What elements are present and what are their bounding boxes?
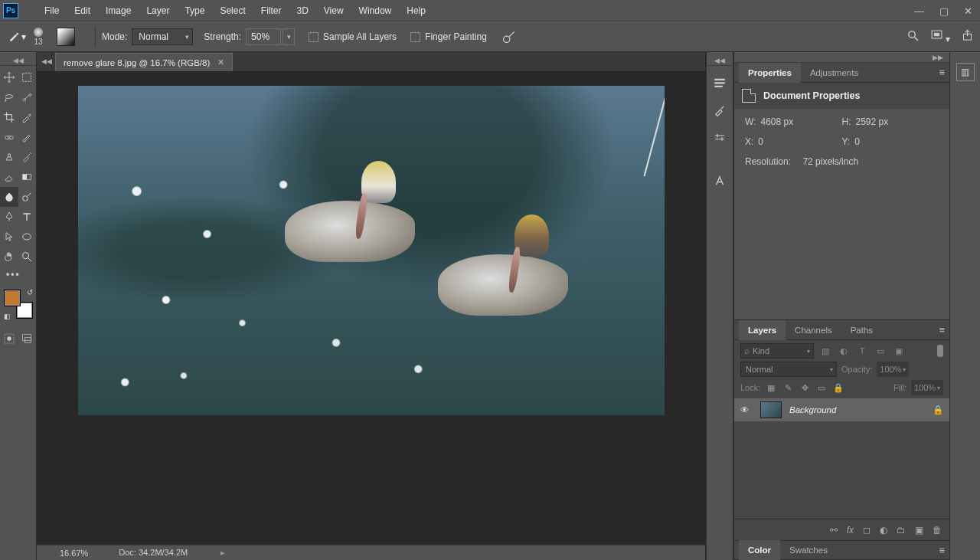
character-panel-icon[interactable] (709, 170, 730, 192)
finger-painting-option[interactable]: Finger Painting (410, 31, 487, 42)
document-tab[interactable]: remove glare 8.jpg @ 16.7% (RGB/8) ✕ (55, 53, 233, 71)
shape-tool[interactable] (18, 227, 37, 247)
quick-mask-button[interactable] (0, 329, 18, 348)
layer-name[interactable]: Background (789, 405, 925, 414)
edit-toolbar-button[interactable]: ••• (0, 267, 36, 282)
lock-all-icon[interactable]: 🔒 (832, 382, 844, 394)
foreground-color-swatch[interactable] (4, 290, 21, 306)
panels-collapse-icon[interactable]: ▶▶ (734, 52, 949, 63)
swap-colors-icon[interactable]: ↺ (27, 288, 33, 296)
menu-select[interactable]: Select (212, 0, 253, 21)
tab-color[interactable]: Color (739, 540, 780, 560)
strength-field[interactable]: 50% (246, 28, 281, 45)
menu-3d[interactable]: 3D (289, 0, 315, 21)
quick-select-tool[interactable] (18, 87, 37, 107)
filter-smart-icon[interactable]: ▣ (892, 344, 906, 358)
layer-filter-kind-dropdown[interactable]: Kind (740, 343, 814, 359)
brush-settings-panel-icon[interactable] (709, 127, 730, 149)
layers-panel-menu-icon[interactable]: ≡ (939, 324, 945, 336)
app-logo[interactable]: Ps (3, 3, 18, 18)
sample-all-layers-checkbox[interactable] (309, 32, 318, 42)
layer-mask-icon[interactable]: ◻ (863, 525, 871, 535)
menu-type[interactable]: Type (177, 0, 212, 21)
layer-lock-icon[interactable]: 🔒 (933, 404, 943, 415)
layer-fx-icon[interactable]: fx (847, 525, 854, 535)
eyedropper-tool[interactable] (18, 107, 37, 127)
brush-tool[interactable] (18, 127, 37, 147)
strip-collapse-icon[interactable]: ◀◀ (707, 55, 733, 66)
menu-file[interactable]: File (37, 0, 67, 21)
document-tab-close-icon[interactable]: ✕ (217, 57, 224, 67)
delete-layer-icon[interactable]: 🗑 (933, 525, 942, 535)
layer-background[interactable]: 👁 Background 🔒 (734, 398, 949, 421)
layer-group-icon[interactable]: 🗀 (897, 525, 906, 535)
lock-transparency-icon[interactable]: ▦ (765, 382, 777, 394)
pen-tool[interactable] (0, 207, 18, 227)
menu-view[interactable]: View (316, 0, 351, 21)
marquee-tool[interactable] (18, 67, 37, 87)
type-tool[interactable] (18, 207, 37, 227)
crop-tool[interactable] (0, 107, 18, 127)
libraries-icon[interactable]: ▥ (956, 63, 975, 81)
properties-panel-menu-icon[interactable]: ≡ (939, 67, 945, 78)
share-icon[interactable] (961, 29, 974, 44)
brushes-panel-icon[interactable] (709, 100, 730, 121)
menu-help[interactable]: Help (399, 0, 433, 21)
tab-layers[interactable]: Layers (739, 320, 786, 340)
filter-pixel-icon[interactable]: ▧ (818, 344, 832, 358)
strength-dropdown[interactable]: ▾ (283, 28, 295, 45)
screen-mode-icon[interactable]: ▾ (930, 29, 950, 44)
dodge-tool[interactable] (18, 187, 37, 207)
clone-stamp-tool[interactable] (0, 147, 18, 167)
filter-shape-icon[interactable]: ▭ (874, 344, 887, 358)
hand-tool[interactable] (0, 247, 18, 267)
default-colors-icon[interactable]: ◧ (4, 313, 11, 320)
lasso-tool[interactable] (0, 87, 18, 107)
maximize-button[interactable]: ▢ (939, 5, 949, 17)
minimize-button[interactable]: — (914, 5, 924, 17)
smudge-tool[interactable] (0, 187, 18, 207)
tab-properties[interactable]: Properties (739, 63, 801, 83)
mode-dropdown[interactable]: Normal (132, 28, 193, 45)
document-image[interactable] (78, 86, 665, 415)
menu-edit[interactable]: Edit (67, 0, 98, 21)
document-view[interactable] (37, 72, 705, 545)
search-icon[interactable] (906, 29, 920, 44)
menu-filter[interactable]: Filter (253, 0, 289, 21)
sample-all-layers-option[interactable]: Sample All Layers (309, 31, 397, 42)
gradient-tool[interactable] (18, 167, 37, 187)
path-select-tool[interactable] (0, 227, 18, 247)
menu-layer[interactable]: Layer (139, 0, 177, 21)
adjustment-layer-icon[interactable]: ◐ (880, 525, 887, 535)
move-tool[interactable] (0, 67, 18, 87)
finger-painting-checkbox[interactable] (410, 32, 420, 42)
tool-preset-picker[interactable]: ▾ (8, 28, 26, 46)
lock-position-icon[interactable]: ✥ (799, 382, 811, 394)
filter-type-icon[interactable]: T (855, 344, 869, 358)
new-layer-icon[interactable]: ▣ (915, 525, 923, 535)
lock-artboard-icon[interactable]: ▭ (815, 382, 828, 394)
screen-mode-button[interactable] (18, 329, 37, 348)
blend-mode-dropdown[interactable]: Normal (740, 362, 837, 377)
fill-value[interactable]: 100%▾ (911, 380, 943, 395)
toolbox-collapse[interactable]: ◀◀ (0, 55, 36, 66)
tablet-pressure-opacity-icon[interactable] (501, 28, 518, 45)
healing-brush-tool[interactable] (0, 127, 18, 147)
opacity-value[interactable]: 100%▾ (877, 362, 909, 377)
filter-toggle[interactable] (937, 345, 943, 357)
tab-swatches[interactable]: Swatches (780, 540, 837, 560)
layer-visibility-icon[interactable]: 👁 (740, 405, 753, 414)
filter-adjust-icon[interactable]: ◐ (837, 344, 851, 358)
menu-image[interactable]: Image (98, 0, 139, 21)
tab-paths[interactable]: Paths (841, 320, 882, 340)
history-panel-icon[interactable] (709, 72, 730, 93)
tablet-pressure-size-icon[interactable] (57, 28, 75, 46)
link-layers-icon[interactable]: ⚯ (830, 525, 838, 535)
history-brush-tool[interactable] (18, 147, 37, 167)
tab-channels[interactable]: Channels (786, 320, 841, 340)
lock-image-icon[interactable]: ✎ (782, 382, 794, 394)
color-panel-menu-icon[interactable]: ≡ (939, 545, 945, 556)
status-zoom[interactable]: 16.67% (60, 549, 88, 558)
tab-adjustments[interactable]: Adjustments (801, 63, 867, 83)
brush-size-picker[interactable]: 13 (34, 28, 43, 46)
